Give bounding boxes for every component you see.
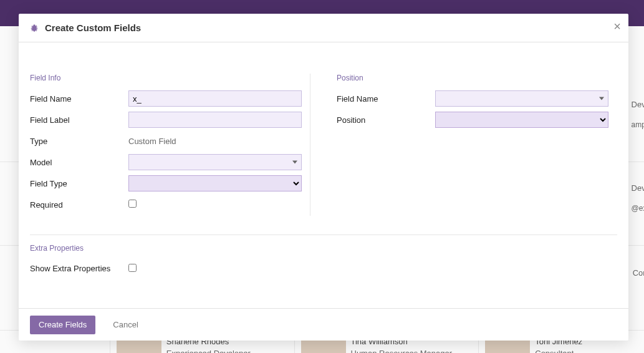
show-extra-checkbox[interactable] (128, 264, 137, 272)
position-field-name-label: Field Name (337, 94, 435, 104)
required-label: Required (30, 200, 128, 210)
field-label-label: Field Label (30, 115, 128, 125)
model-label: Model (30, 157, 128, 167)
field-name-input[interactable] (128, 90, 302, 107)
show-extra-label: Show Extra Properties (30, 263, 128, 274)
position-label: Position (337, 115, 435, 125)
bug-icon (30, 24, 39, 32)
chevron-down-icon (292, 161, 297, 164)
required-checkbox[interactable] (128, 200, 137, 208)
dialog-body: Field Info Field Name Field Label Type (19, 42, 628, 308)
dialog-header: Create Custom Fields × (19, 14, 628, 42)
field-type-select[interactable] (128, 175, 302, 191)
model-select[interactable] (128, 154, 302, 170)
field-type-label: Field Type (30, 178, 128, 188)
field-info-column: Field Info Field Name Field Label Type (30, 74, 310, 216)
chevron-down-icon (599, 97, 604, 100)
field-label-input[interactable] (128, 112, 302, 128)
cancel-button[interactable]: Cancel (104, 316, 147, 334)
create-fields-button[interactable]: Create Fields (30, 316, 95, 334)
position-section-title: Position (337, 74, 617, 82)
create-custom-fields-dialog: Create Custom Fields × Field Info Field … (19, 14, 628, 341)
type-label: Type (30, 136, 128, 146)
position-select[interactable] (435, 112, 608, 128)
dialog-title: Create Custom Fields (45, 22, 141, 33)
position-field-name-select[interactable] (435, 90, 608, 107)
dialog-footer: Create Fields Cancel (19, 308, 628, 341)
field-info-section-title: Field Info (30, 74, 310, 82)
field-name-label: Field Name (30, 94, 128, 104)
close-icon[interactable]: × (613, 20, 621, 32)
type-value: Custom Field (128, 137, 176, 146)
extra-properties-title: Extra Properties (30, 244, 617, 253)
extra-properties-section: Extra Properties Show Extra Properties (30, 235, 617, 279)
position-column: Position Field Name Position (337, 74, 617, 216)
